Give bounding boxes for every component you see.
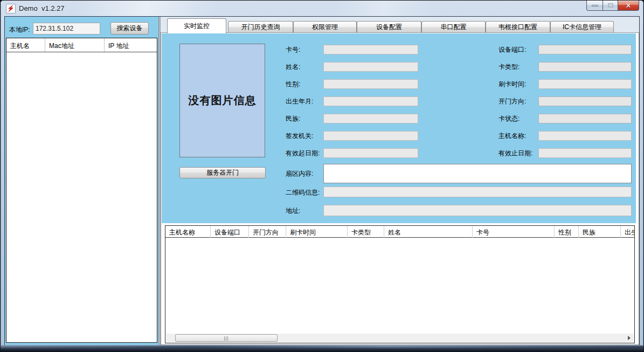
card-number-label: 卡号: — [286, 45, 300, 54]
caption-buttons: ✕ — [586, 1, 639, 11]
glass-streak — [76, 1, 216, 17]
tab-open-history[interactable]: 开门历史查询 — [228, 21, 293, 33]
tabpage-realtime-monitor: 没有图片信息 服务器开门 卡号: 姓名: 性别: 出生年月: 民族: 签发 — [161, 32, 639, 345]
tab-permission-mgmt[interactable]: 权限管理 — [293, 21, 357, 33]
close-button[interactable]: ✕ — [618, 1, 639, 11]
monitor-panel: 没有图片信息 服务器开门 卡号: 姓名: 性别: 出生年月: 民族: 签发 — [162, 33, 636, 223]
app-icon — [6, 4, 16, 13]
qrcode-info-label: 二维码信息: — [286, 188, 320, 197]
records-table-body[interactable] — [165, 238, 634, 334]
door-direction-dropdown[interactable] — [538, 96, 632, 106]
gender-field[interactable] — [323, 79, 418, 89]
qrcode-info-field[interactable] — [323, 187, 632, 197]
column-header-gender[interactable]: 性别 — [555, 226, 579, 238]
glass-streak — [335, 1, 432, 17]
local-ip-label: 本地IP: — [9, 25, 30, 34]
address-label: 地址: — [286, 206, 300, 216]
swipe-time-field[interactable] — [538, 79, 632, 89]
column-header-ip[interactable]: IP 地址 — [105, 38, 157, 52]
app-window: Demo v1.2.27 ✕ 本地IP: 搜索设备 主机名 Mac地址 IP 地… — [0, 0, 644, 352]
tab-control: 实时监控 开门历史查询 权限管理 设备配置 串口配置 韦根接口配置 IC卡信息管… — [161, 17, 639, 345]
sector-content-label: 扇区内容: — [286, 169, 313, 178]
name-label: 姓名: — [286, 62, 300, 72]
gender-label: 性别: — [286, 79, 300, 89]
lightning-bolt-icon — [7, 5, 15, 12]
valid-from-label: 有效起日期: — [286, 148, 320, 158]
card-status-label: 卡状态: — [498, 114, 520, 123]
records-table: 主机名称 设备端口 开门方向 刷卡时间 卡类型 姓名 卡号 性别 民族 出生年月 — [165, 225, 635, 343]
device-port-label: 设备端口: — [498, 45, 526, 54]
device-list-body[interactable] — [6, 53, 157, 342]
tab-device-config[interactable]: 设备配置 — [357, 21, 421, 33]
valid-until-label: 有效止日期: — [498, 148, 532, 158]
device-port-dropdown[interactable] — [538, 45, 632, 54]
column-header-hostname[interactable]: 主机名 — [6, 38, 45, 52]
maximize-icon — [608, 3, 613, 8]
server-open-door-button[interactable]: 服务器开门 — [179, 167, 266, 178]
issuing-authority-field[interactable] — [323, 131, 418, 141]
card-number-field[interactable] — [323, 45, 418, 54]
horizontal-scrollbar[interactable] — [166, 334, 634, 342]
column-header-device-port[interactable]: 设备端口 — [211, 226, 249, 238]
scrollbar-grip-icon — [224, 336, 228, 341]
ethnicity-label: 民族: — [286, 114, 300, 123]
tab-bar: 实时监控 开门历史查询 权限管理 设备配置 串口配置 韦根接口配置 IC卡信息管… — [161, 18, 639, 33]
host-name-field[interactable] — [538, 131, 632, 141]
maximize-button[interactable] — [603, 1, 618, 11]
device-search-panel: 本地IP: 搜索设备 主机名 Mac地址 IP 地址 — [5, 17, 158, 345]
host-name-label: 主机名称: — [498, 131, 526, 141]
arrow-right-icon — [628, 336, 631, 340]
tab-wiegand-config[interactable]: 韦根接口配置 — [486, 21, 550, 33]
issuing-authority-label: 签发机关: — [286, 131, 313, 141]
card-type-label: 卡类型: — [498, 62, 520, 72]
scrollbar-thumb[interactable] — [175, 334, 278, 342]
column-header-mac[interactable]: Mac地址 — [45, 38, 105, 52]
tab-realtime-monitor[interactable]: 实时监控 — [167, 18, 226, 33]
valid-from-field[interactable] — [323, 148, 418, 158]
photo-placeholder: 没有图片信息 — [179, 44, 265, 157]
records-table-header: 主机名称 设备端口 开门方向 刷卡时间 卡类型 姓名 卡号 性别 民族 出生年月 — [165, 226, 635, 238]
valid-until-field[interactable] — [538, 148, 632, 158]
column-header-swipe-time[interactable]: 刷卡时间 — [286, 226, 348, 238]
door-direction-label: 开门方向: — [498, 96, 526, 106]
search-devices-button[interactable]: 搜索设备 — [110, 22, 149, 34]
name-field[interactable] — [323, 62, 418, 72]
minimize-icon — [592, 5, 598, 6]
address-field[interactable] — [323, 205, 632, 216]
birthdate-field[interactable] — [323, 96, 418, 106]
column-header-ethnicity[interactable]: 民族 — [579, 226, 621, 238]
sector-content-field[interactable] — [323, 164, 632, 183]
card-status-dropdown[interactable] — [538, 114, 632, 123]
birthdate-label: 出生年月: — [286, 96, 313, 106]
device-list: 主机名 Mac地址 IP 地址 — [6, 38, 157, 343]
window-title: Demo v1.2.27 — [19, 4, 65, 12]
column-header-name[interactable]: 姓名 — [384, 226, 473, 238]
ethnicity-field[interactable] — [323, 114, 418, 123]
column-header-door-direction[interactable]: 开门方向 — [249, 226, 286, 238]
column-header-hostname[interactable]: 主机名称 — [165, 226, 211, 238]
close-icon: ✕ — [626, 2, 632, 9]
scroll-right-button[interactable] — [625, 334, 634, 342]
window-bottom-frame — [1, 345, 643, 352]
column-header-card-number[interactable]: 卡号 — [473, 226, 555, 238]
tab-serial-config[interactable]: 串口配置 — [421, 21, 486, 33]
tab-ic-card-mgmt[interactable]: IC卡信息管理 — [550, 21, 614, 33]
swipe-time-label: 刷卡时间: — [498, 79, 526, 89]
scroll-left-button[interactable] — [166, 334, 175, 342]
card-type-dropdown[interactable] — [538, 62, 632, 72]
column-header-card-type[interactable]: 卡类型 — [348, 226, 384, 238]
local-ip-input[interactable] — [33, 23, 100, 34]
minimize-button[interactable] — [586, 1, 603, 11]
device-list-header: 主机名 Mac地址 IP 地址 — [6, 38, 157, 52]
column-header-birthdate[interactable]: 出生年月 — [621, 226, 635, 238]
client-area: 本地IP: 搜索设备 主机名 Mac地址 IP 地址 实时监控 开门历史查 — [5, 17, 639, 345]
window-frame: Demo v1.2.27 ✕ 本地IP: 搜索设备 主机名 Mac地址 IP 地… — [1, 1, 643, 352]
titlebar[interactable]: Demo v1.2.27 ✕ — [1, 1, 643, 17]
